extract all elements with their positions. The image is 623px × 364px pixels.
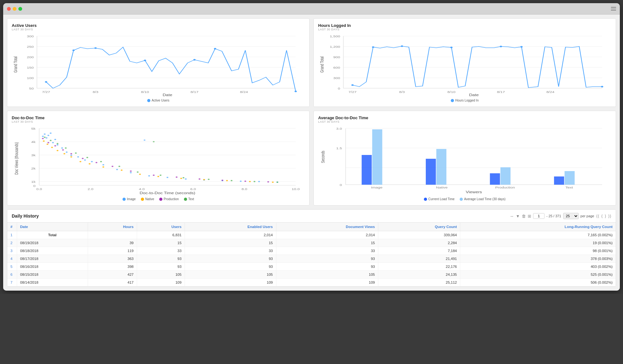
svg-point-117	[249, 181, 251, 182]
cell-hours: 398	[88, 263, 137, 271]
svg-point-50	[372, 46, 374, 48]
cell-lrqc: 403 (0.002%)	[460, 263, 616, 271]
delete-icon[interactable]: 🗑	[522, 214, 526, 219]
svg-text:5k: 5k	[31, 127, 35, 130]
svg-point-103	[47, 144, 48, 145]
cell-lrqc: 98 (0.001%)	[460, 247, 616, 255]
legend-image: Image	[123, 197, 136, 201]
app-window: Active Users LAST 30 DAYS	[3, 3, 620, 291]
svg-point-102	[43, 140, 45, 142]
active-users-chart: 300 250 200 150 100 50 7/27 8/3 8/10 8/1…	[12, 33, 305, 96]
svg-point-24	[144, 60, 146, 61]
svg-text:1,200: 1,200	[330, 45, 340, 48]
svg-point-140	[100, 161, 102, 162]
legend-dot-image	[123, 198, 126, 201]
legend-dot-active-users	[147, 99, 150, 102]
cell-enabled-users: 93	[185, 255, 276, 263]
cell-num: 6	[7, 271, 17, 279]
cell-date: 08/18/2018	[17, 247, 88, 255]
maximize-button[interactable]	[18, 7, 22, 11]
svg-point-133	[267, 181, 269, 182]
active-users-legend: Active Users	[12, 99, 305, 102]
cell-users: 15	[137, 239, 185, 247]
svg-point-79	[46, 137, 47, 139]
svg-point-96	[185, 178, 187, 180]
svg-point-88	[77, 156, 79, 157]
doc-to-doc-chart: 5k 4k 3k 2k 1k 0 0.0 2.0 4.0 6.0 8.0 10.…	[12, 125, 305, 195]
cell-enabled-users: 2,014	[185, 231, 276, 239]
svg-text:Doc-to-Doc Time (seconds): Doc-to-Doc Time (seconds)	[140, 191, 195, 195]
svg-point-112	[139, 174, 141, 175]
close-button[interactable]	[7, 7, 11, 11]
table-row: 5 08/16/2018 398 93 93 93 22,176 403 (0.…	[7, 263, 616, 271]
per-page-label: per page	[581, 214, 594, 218]
minimize-button[interactable]	[13, 7, 16, 11]
menu-icon[interactable]	[611, 7, 616, 10]
first-page-icon[interactable]: ⟨⟨	[596, 214, 599, 219]
filter-icon[interactable]: ▼	[516, 214, 520, 219]
cell-date: 08/17/2018	[17, 255, 88, 263]
svg-point-123	[70, 153, 72, 154]
table-header-row: # Date Hours Users Enabled Users Documen…	[7, 223, 616, 231]
data-table: # Date Hours Users Enabled Users Documen…	[7, 223, 616, 287]
svg-point-111	[121, 170, 123, 171]
next-page-icon[interactable]: ⟩	[605, 214, 606, 219]
svg-point-121	[54, 145, 56, 146]
page-input[interactable]	[533, 213, 544, 219]
svg-point-77	[42, 136, 44, 137]
doc-to-doc-title: Doc-to-Doc Time	[12, 115, 305, 120]
svg-text:Doc Views (thousands): Doc Views (thousands)	[14, 142, 19, 175]
svg-rect-169	[500, 167, 511, 185]
svg-point-23	[94, 47, 97, 49]
cell-doc-views: 2,014	[276, 231, 378, 239]
svg-text:0: 0	[338, 87, 340, 90]
svg-point-26	[214, 48, 216, 50]
svg-point-85	[61, 147, 63, 149]
svg-text:1,500: 1,500	[330, 35, 340, 38]
svg-point-144	[183, 177, 185, 178]
svg-point-53	[500, 46, 502, 47]
col-header-hours: Hours	[88, 223, 137, 231]
svg-point-105	[57, 150, 59, 151]
cell-query-count: 339,064	[378, 231, 460, 239]
svg-text:300: 300	[333, 77, 340, 80]
legend-dot-text	[184, 198, 187, 201]
legend-production: Production	[159, 197, 179, 201]
svg-point-93	[130, 172, 132, 173]
legend-active-users: Active Users	[147, 99, 169, 102]
hours-logged-panel: Hours Logged In LAST 30 DAYS 1,500 1,200	[313, 18, 616, 107]
svg-text:8/17: 8/17	[191, 90, 198, 94]
svg-point-81	[50, 133, 52, 134]
prev-page-icon[interactable]: ⟨	[601, 214, 603, 219]
cell-num: 5	[7, 263, 17, 271]
svg-text:3.0: 3.0	[336, 127, 342, 130]
last-page-icon[interactable]: ⟩⟩	[608, 214, 611, 219]
svg-text:100: 100	[27, 77, 34, 80]
svg-text:Production: Production	[495, 186, 515, 189]
cell-date: 08/14/2018	[17, 279, 88, 287]
charts-row-2: Doc-to-Doc Time LAST 30 DAYS 5k 4k 3k	[7, 111, 616, 206]
svg-point-128	[153, 175, 155, 176]
svg-text:8/10: 8/10	[447, 90, 455, 94]
resize-icon[interactable]: ↔	[510, 214, 514, 219]
svg-text:Grand Total: Grand Total	[320, 56, 325, 72]
svg-point-21	[45, 81, 47, 83]
svg-text:Native: Native	[436, 186, 448, 189]
svg-text:7/27: 7/27	[42, 90, 50, 94]
svg-point-124	[82, 158, 84, 159]
cell-users: 93	[137, 255, 185, 263]
svg-point-99	[240, 181, 242, 182]
hours-logged-legend: Hours Logged In	[318, 99, 611, 102]
svg-point-134	[44, 137, 46, 138]
table-row: 7 08/14/2018 417 109 109 109 25,112 506 …	[7, 279, 616, 287]
grid-icon[interactable]: ⊞	[528, 214, 531, 219]
per-page-select[interactable]: 25 50 100	[563, 213, 579, 219]
cell-query-count: 2,284	[378, 239, 460, 247]
svg-point-147	[254, 181, 255, 182]
legend-dot-current	[424, 198, 427, 201]
cell-users: 105	[137, 271, 185, 279]
svg-point-78	[44, 133, 46, 135]
svg-point-107	[70, 156, 72, 157]
svg-point-136	[57, 143, 59, 144]
cell-lrqc: 525 (0.001%)	[460, 271, 616, 279]
